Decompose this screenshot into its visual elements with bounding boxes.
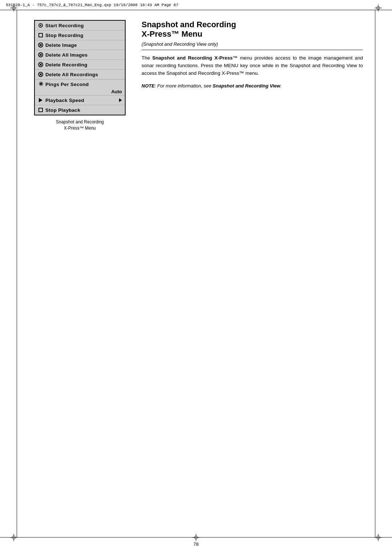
- circle-dot-icon: [38, 23, 44, 28]
- menu-item-stop-recording: Stop Recording: [35, 30, 125, 40]
- playback-speed-label: Playback Speed: [45, 98, 84, 103]
- caption-line2: X-Press™ Menu: [64, 126, 96, 131]
- circle-x-icon-3: [38, 62, 44, 68]
- circle-x-icon-1: [38, 42, 44, 48]
- outer-border-left: [17, 10, 17, 537]
- body-text: The Snapshot and Recording X-Press™ menu…: [142, 54, 363, 77]
- delete-image-label: Delete Image: [45, 42, 77, 48]
- crosshair-bottom-center: [192, 534, 200, 541]
- pings-per-second-label: Pings Per Second: [45, 82, 89, 87]
- triangle-icon: [38, 97, 44, 103]
- menu-item-delete-all-images: Delete All Images: [35, 50, 125, 60]
- footer-bar: [0, 537, 392, 537]
- title-divider: [142, 50, 363, 50]
- crosshair-top-left: [10, 4, 17, 12]
- caption-line1: Snapshot and Recording: [56, 119, 104, 124]
- square-icon-stop-play: [38, 107, 44, 113]
- menu-item-start-recording: Start Recording: [35, 21, 125, 30]
- delete-recording-label: Delete Recording: [45, 62, 87, 68]
- asterisk-icon: ✳: [38, 81, 44, 87]
- menu-caption: Snapshot and Recording X-Press™ Menu: [56, 119, 104, 131]
- menu-item-stop-playback: Stop Playback: [35, 105, 125, 115]
- stop-playback-label: Stop Playback: [45, 107, 80, 113]
- pings-auto-value: Auto: [38, 89, 122, 94]
- note-text: NOTE: For more information, see Snapshot…: [142, 82, 363, 90]
- header-bar: 531528-1_A - 757c_787c2_&_787c2i_Man_Eng…: [0, 0, 392, 10]
- delete-all-images-label: Delete All Images: [45, 52, 87, 58]
- menu-item-pings-per-second: ✳ Pings Per Second Auto: [35, 79, 125, 95]
- crosshair-top-right: [375, 4, 382, 12]
- menu-item-delete-image: Delete Image: [35, 40, 125, 50]
- left-column: Start Recording Stop Recording Delete Im…: [29, 20, 131, 530]
- outer-border-right: [375, 10, 375, 537]
- circle-x-icon-2: [38, 52, 44, 58]
- subtitle: (Snapshot and Recording View only): [142, 41, 363, 47]
- right-column: Snapshot and Recording X-Press™ Menu (Sn…: [142, 20, 363, 530]
- menu-box: Start Recording Stop Recording Delete Im…: [34, 20, 126, 115]
- main-content: Start Recording Stop Recording Delete Im…: [29, 20, 363, 530]
- menu-item-delete-all-recordings: Delete All Recordings: [35, 70, 125, 79]
- submenu-arrow-icon: [119, 98, 122, 102]
- stop-recording-label: Stop Recording: [45, 33, 83, 38]
- crosshair-bottom-right: [375, 534, 382, 541]
- circle-x-icon-4: [38, 71, 44, 77]
- crosshair-bottom-left: [10, 534, 17, 541]
- header-text: 531528-1_A - 757c_787c2_&_787c2i_Man_Eng…: [6, 3, 178, 7]
- square-icon-stop-rec: [38, 32, 44, 38]
- menu-item-playback-speed: Playback Speed: [35, 95, 125, 105]
- start-recording-label: Start Recording: [45, 23, 84, 28]
- delete-all-recordings-label: Delete All Recordings: [45, 72, 98, 77]
- page-title: Snapshot and Recording X-Press™ Menu: [142, 20, 363, 39]
- menu-item-delete-recording: Delete Recording: [35, 60, 125, 70]
- page-number: 78: [193, 541, 199, 547]
